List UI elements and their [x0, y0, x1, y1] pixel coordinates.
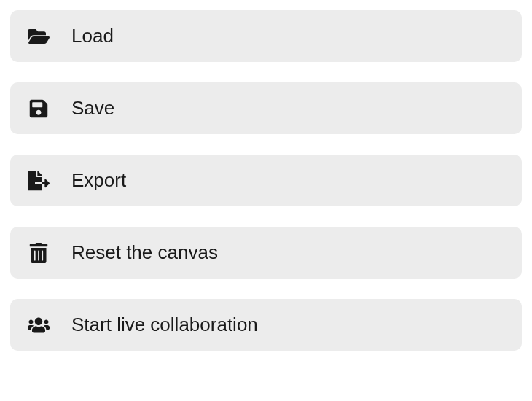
export-icon — [28, 171, 50, 191]
folder-open-icon — [28, 26, 50, 47]
menu-item-label: Start live collaboration — [71, 314, 258, 336]
menu-list: Load Save Export Reset the canvas Start … — [10, 10, 522, 351]
trash-icon — [28, 243, 50, 263]
menu-item-export[interactable]: Export — [10, 155, 522, 206]
menu-item-label: Export — [71, 169, 126, 192]
menu-item-reset[interactable]: Reset the canvas — [10, 227, 522, 279]
menu-item-label: Reset the canvas — [71, 241, 218, 264]
menu-item-load[interactable]: Load — [10, 10, 522, 62]
users-icon — [28, 315, 50, 335]
save-icon — [28, 98, 50, 119]
menu-item-collab[interactable]: Start live collaboration — [10, 299, 522, 351]
menu-item-label: Save — [71, 97, 114, 120]
menu-item-label: Load — [71, 25, 114, 47]
menu-item-save[interactable]: Save — [10, 82, 522, 134]
